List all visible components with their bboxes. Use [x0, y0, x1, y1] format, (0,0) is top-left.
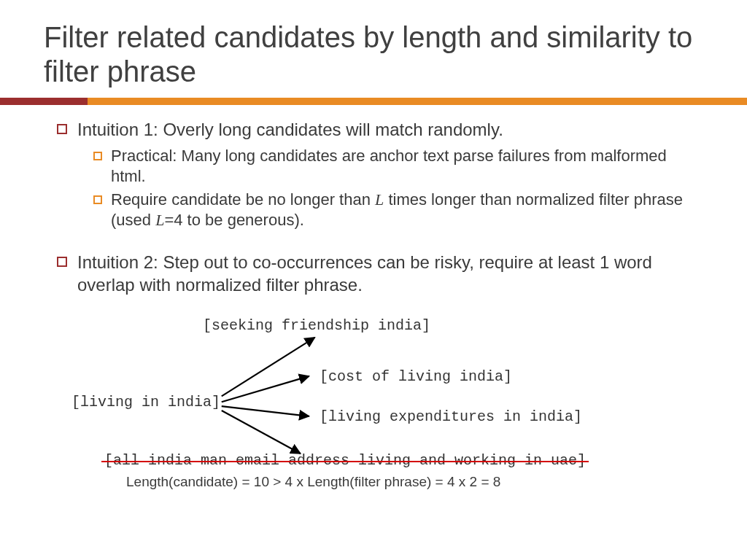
- candidate-2: [cost of living india]: [320, 368, 512, 385]
- svg-line-0: [222, 337, 315, 396]
- svg-line-3: [222, 411, 301, 454]
- slide-body: Intuition 1: Overly long candidates will…: [44, 118, 703, 506]
- bullet-text: Intuition 2: Step out to co-occurrences …: [77, 251, 697, 296]
- seed-phrase: [living in india]: [71, 394, 220, 411]
- square-bullet-icon: [57, 124, 67, 134]
- bullet-intuition-1: Intuition 1: Overly long candidates will…: [57, 118, 697, 141]
- slide-title: Filter related candidates by length and …: [44, 20, 703, 89]
- candidate-1: [seeking friendship india]: [203, 317, 430, 334]
- svg-line-2: [222, 406, 309, 416]
- svg-line-1: [222, 376, 309, 401]
- bullet-require-length: Require candidate be no longer than L ti…: [93, 190, 697, 230]
- candidate-3: [living expenditures in india]: [320, 408, 582, 425]
- bullet-text: Intuition 1: Overly long candidates will…: [77, 118, 503, 141]
- strikethrough-line: [101, 461, 589, 462]
- divider-bar: [0, 98, 747, 105]
- bullet-text: Require candidate be no longer than L ti…: [111, 190, 697, 230]
- bullet-intuition-2: Intuition 2: Step out to co-occurrences …: [57, 251, 697, 296]
- square-bullet-icon: [57, 257, 67, 267]
- length-caption: Length(candidate) = 10 > 4 x Length(filt…: [126, 474, 500, 490]
- square-bullet-icon: [93, 152, 102, 160]
- bullet-text: Practical: Many long candidates are anch…: [111, 146, 697, 187]
- example-diagram: [seeking friendship india] [living in in…: [50, 317, 697, 507]
- square-bullet-icon: [93, 195, 102, 204]
- bullet-practical: Practical: Many long candidates are anch…: [93, 146, 697, 187]
- candidate-4-rejected: [all india man email address living and …: [104, 452, 586, 469]
